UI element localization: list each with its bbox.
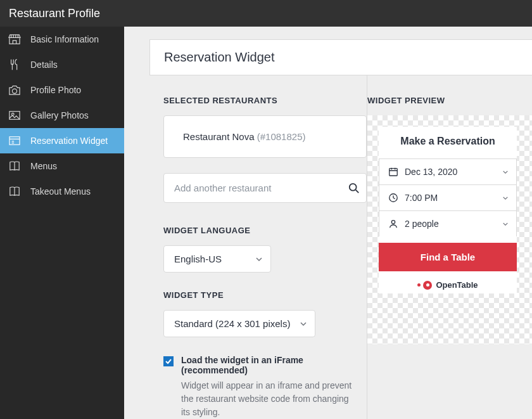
sidebar-item-label: Takeout Menus [30,186,91,197]
iframe-checkbox-description: Widget will appear in an iframe and prev… [163,379,360,419]
widget-language-label: WIDGET LANGUAGE [163,226,367,235]
svg-point-0 [12,89,16,93]
widget-type-select[interactable]: Standard (224 x 301 pixels) [163,310,315,337]
settings-column: SELECTED RESTAURANTS Restaurant Nova (#1… [149,75,367,419]
sidebar-item-profile-photo[interactable]: Profile Photo [0,77,124,103]
language-select[interactable]: English-US [163,245,271,273]
restaurant-name: Restaurant Nova [183,131,257,142]
powered-by: OpenTable [379,271,517,293]
chevron-down-icon [300,321,307,326]
sidebar: Basic Information Details Profile Photo … [0,27,124,419]
svg-point-4 [350,183,357,190]
opentable-logo-icon [417,281,432,290]
people-value: 2 people [405,219,439,229]
preview-card: Make a Reservation Dec 13, 2020 7:00 PM [367,115,532,344]
svg-point-2 [12,113,15,115]
checkbox-checked[interactable] [163,356,174,366]
language-value: English-US [174,254,222,264]
sidebar-item-basic-information[interactable]: Basic Information [0,27,124,52]
date-field[interactable]: Dec 13, 2020 [379,158,517,184]
chevron-down-icon [502,196,509,200]
widget-icon [8,136,22,146]
iframe-checkbox-row[interactable]: Load the widget in an iFrame (recommende… [163,355,367,375]
sidebar-item-menus[interactable]: Menus [0,153,124,179]
people-field[interactable]: 2 people [379,210,517,236]
search-input[interactable] [164,174,366,202]
person-icon [388,219,398,229]
image-icon [8,110,22,121]
restaurant-id: (#1081825) [257,131,306,142]
clock-icon [388,193,398,203]
main-content: Reservation Widget SELECTED RESTAURANTS … [124,27,532,419]
sidebar-item-reservation-widget[interactable]: Reservation Widget [0,128,124,153]
time-field[interactable]: 7:00 PM [379,184,517,210]
find-table-button[interactable]: Find a Table [379,243,517,271]
sidebar-item-label: Profile Photo [30,85,81,95]
opentable-text: OpenTable [436,280,478,290]
preview-column: WIDGET PREVIEW Make a Reservation Dec 13… [367,75,532,419]
widget-type-label: WIDGET TYPE [163,290,367,300]
widget-preview-label: WIDGET PREVIEW [367,96,532,105]
time-value: 7:00 PM [405,193,438,203]
svg-rect-5 [390,169,397,176]
svg-point-7 [391,221,395,224]
search-icon[interactable] [348,183,360,194]
widget-type-value: Standard (224 x 301 pixels) [174,318,290,329]
chevron-down-icon [502,170,509,174]
utensils-icon [8,58,22,71]
page-title: Restaurant Profile [0,0,532,27]
add-restaurant-search[interactable] [163,173,367,203]
book-icon [8,160,22,172]
book-icon [8,186,22,197]
sidebar-item-label: Menus [30,161,57,171]
selected-restaurant[interactable]: Restaurant Nova (#1081825) [163,115,367,158]
sidebar-item-label: Reservation Widget [30,136,108,146]
store-icon [8,34,22,45]
selected-restaurants-label: SELECTED RESTAURANTS [163,96,367,105]
reservation-widget: Make a Reservation Dec 13, 2020 7:00 PM [379,127,517,293]
svg-rect-3 [10,137,20,145]
chevron-down-icon [255,257,263,262]
camera-icon [8,84,22,96]
sidebar-item-label: Details [30,60,58,70]
sidebar-item-details[interactable]: Details [0,52,124,77]
iframe-checkbox-label: Load the widget in an iFrame (recommende… [181,355,367,375]
panel-title: Reservation Widget [149,39,532,75]
calendar-icon [388,167,398,177]
date-value: Dec 13, 2020 [405,167,457,177]
chevron-down-icon [502,222,509,226]
sidebar-item-label: Gallery Photos [30,110,89,120]
sidebar-item-label: Basic Information [30,34,99,44]
sidebar-item-gallery-photos[interactable]: Gallery Photos [0,103,124,128]
sidebar-item-takeout-menus[interactable]: Takeout Menus [0,179,124,204]
widget-title: Make a Reservation [379,127,517,158]
